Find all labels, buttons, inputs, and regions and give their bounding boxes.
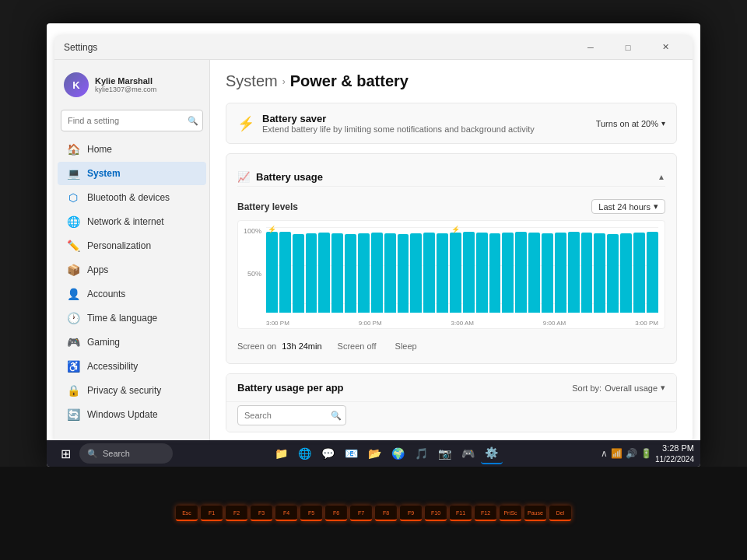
tray-volume[interactable]: 🔊 xyxy=(626,448,637,459)
tray-wifi[interactable]: 📶 xyxy=(611,448,622,459)
sidebar-item-accessibility-label: Accessibility xyxy=(87,361,138,372)
sidebar-item-network[interactable]: 🌐 Network & internet xyxy=(58,210,206,233)
maximize-button[interactable]: □ xyxy=(610,36,646,59)
taskbar-app-gaming[interactable]: 🎮 xyxy=(458,443,479,464)
taskbar-search[interactable]: 🔍 Search xyxy=(79,443,173,464)
settings-title: Settings xyxy=(64,42,97,53)
bar-col xyxy=(358,227,370,313)
screen-on-label: Screen on xyxy=(237,341,276,351)
chart-x-labels: 3:00 PM 9:00 PM 3:00 AM 9:00 AM 3:00 PM xyxy=(266,320,658,327)
bar-col xyxy=(542,227,553,313)
bar-fill xyxy=(633,233,645,313)
per-app-search-input[interactable] xyxy=(237,405,346,425)
battery-usage-title-row[interactable]: 📈 Battery usage xyxy=(237,171,323,183)
battery-saver-action[interactable]: Turns on at 20% ▾ xyxy=(596,119,665,128)
sidebar-item-personalization[interactable]: ✏️ Personalization xyxy=(58,234,206,257)
sidebar-item-apps[interactable]: 📦 Apps xyxy=(58,258,206,282)
bar-fill xyxy=(568,232,580,313)
x-label-0: 3:00 PM xyxy=(266,320,289,327)
sidebar-item-time[interactable]: 🕐 Time & language xyxy=(58,306,206,330)
bar-fill xyxy=(581,233,593,313)
screen-area: ⊞ 🔍 Search 📁 🌐 💬 📧 📂 🌍 🎵 📷 🎮 ⚙️ ∧ 📶 🔊 🔋 xyxy=(47,23,700,467)
user-profile[interactable]: K Kylie Marshall kylie1307@me.com xyxy=(54,66,209,107)
bar-fill xyxy=(437,233,448,313)
taskbar-app-settings[interactable]: ⚙️ xyxy=(481,443,503,464)
system-icon: 💻 xyxy=(67,167,79,180)
time-filter-dropdown[interactable]: Last 24 hours ▾ xyxy=(591,199,665,214)
breadcrumb: System › Power & battery xyxy=(226,72,677,90)
tray-battery[interactable]: 🔋 xyxy=(640,448,652,459)
user-name: Kylie Marshall xyxy=(95,76,156,86)
bar-fill xyxy=(555,233,566,313)
keyboard-key: F1 xyxy=(201,506,223,521)
bar-fill xyxy=(620,233,632,313)
sidebar-item-home-label: Home xyxy=(87,144,112,155)
user-info: Kylie Marshall kylie1307@me.com xyxy=(95,76,156,93)
sidebar-item-gaming[interactable]: 🎮 Gaming xyxy=(58,331,206,354)
system-clock[interactable]: 3:28 PM 11/22/2024 xyxy=(655,443,694,464)
keyboard-key: Esc xyxy=(176,506,198,521)
sidebar-item-home[interactable]: 🏠 Home xyxy=(58,138,206,161)
battery-usage-title: Battery usage xyxy=(256,171,323,183)
bar-col xyxy=(306,227,317,313)
keyboard-key: F12 xyxy=(475,506,496,521)
taskbar-app-spotify[interactable]: 🎵 xyxy=(411,443,433,464)
bar-col xyxy=(463,227,475,313)
per-app-search-icon: 🔍 xyxy=(331,411,342,421)
bar-col xyxy=(607,227,619,313)
tray-chevron[interactable]: ∧ xyxy=(601,448,608,459)
taskbar-app-camera[interactable]: 📷 xyxy=(434,443,456,464)
bar-col xyxy=(568,227,580,313)
per-app-sort[interactable]: Sort by: Overall usage ▾ xyxy=(572,383,665,393)
sidebar-item-system-label: System xyxy=(87,168,121,179)
bar-col xyxy=(489,227,501,313)
sidebar-item-system[interactable]: 💻 System xyxy=(58,162,206,185)
bar-fill xyxy=(384,233,396,313)
taskbar-app-edge[interactable]: 🌐 xyxy=(294,443,316,464)
time-filter-chevron: ▾ xyxy=(654,201,658,212)
sidebar-item-update-label: Windows Update xyxy=(87,409,158,420)
collapse-button[interactable]: ▲ xyxy=(658,173,665,181)
keyboard-key: F11 xyxy=(450,506,472,521)
taskbar-app-files[interactable]: 📂 xyxy=(364,443,386,464)
bar-col xyxy=(423,227,435,313)
sidebar-item-accessibility[interactable]: ♿ Accessibility xyxy=(58,355,206,378)
breadcrumb-system[interactable]: System xyxy=(226,72,278,90)
bar-fill xyxy=(607,234,619,313)
bars-wrapper: ⚡⚡ xyxy=(266,227,658,313)
bar-fill xyxy=(345,234,356,313)
bar-fill xyxy=(502,233,514,313)
battery-saver-card[interactable]: ⚡ Battery saver Extend battery life by l… xyxy=(226,103,677,144)
x-label-1: 9:00 PM xyxy=(359,320,382,327)
personalization-icon: ✏️ xyxy=(67,240,79,252)
battery-saver-header: ⚡ Battery saver Extend battery life by l… xyxy=(237,113,665,134)
avatar: K xyxy=(64,72,89,97)
sidebar-item-network-label: Network & internet xyxy=(87,216,164,227)
close-button[interactable]: ✕ xyxy=(647,36,683,59)
bar-col xyxy=(331,227,343,313)
sleep-stat: Sleep xyxy=(395,341,420,351)
sidebar-item-privacy[interactable]: 🔒 Privacy & security xyxy=(58,379,206,402)
bar-fill xyxy=(358,233,370,313)
sidebar-search-input[interactable] xyxy=(61,110,203,131)
keyboard-key: F2 xyxy=(226,506,247,521)
bar-col xyxy=(437,227,448,313)
sidebar-item-accounts[interactable]: 👤 Accounts xyxy=(58,282,206,306)
start-button[interactable]: ⊞ xyxy=(53,443,78,464)
taskbar-app-mail[interactable]: 📧 xyxy=(341,443,363,464)
per-app-search-wrapper: 🔍 xyxy=(237,405,346,425)
bar-col xyxy=(384,227,396,313)
screen-on-stat: Screen on 13h 24min xyxy=(237,341,322,351)
main-panel: System › Power & battery ⚡ Battery saver… xyxy=(210,60,693,443)
bar-fill xyxy=(515,232,527,313)
keyboard-key: Del xyxy=(549,506,571,521)
sidebar-item-bluetooth[interactable]: ⬡ Bluetooth & devices xyxy=(58,186,206,209)
y-label-100: 100% xyxy=(241,227,261,235)
taskbar-app-teams[interactable]: 💬 xyxy=(317,443,339,464)
x-label-2: 3:00 AM xyxy=(451,320,474,327)
sidebar-item-update[interactable]: 🔄 Windows Update xyxy=(58,403,206,426)
keyboard-key: F6 xyxy=(325,506,347,521)
taskbar-app-explorer[interactable]: 📁 xyxy=(271,443,293,464)
taskbar-app-chrome[interactable]: 🌍 xyxy=(388,443,409,464)
minimize-button[interactable]: ─ xyxy=(573,36,608,59)
